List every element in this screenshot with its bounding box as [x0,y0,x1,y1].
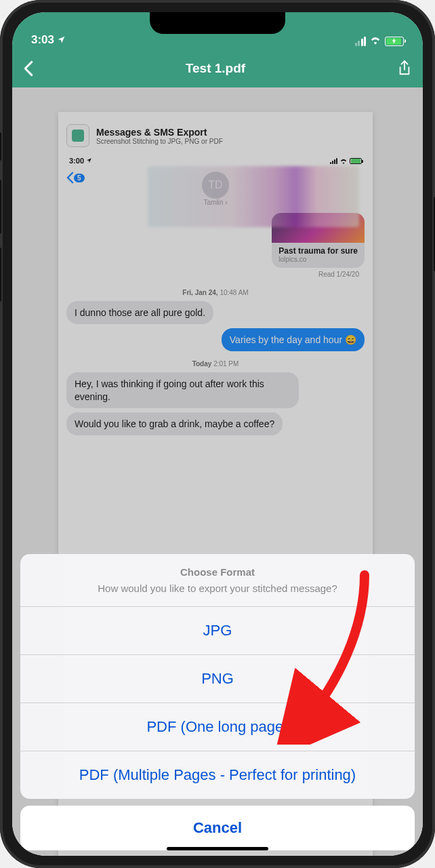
cancel-button[interactable]: Cancel [20,806,415,850]
battery-icon [385,37,404,46]
format-option-jpg[interactable]: JPG [20,607,415,655]
wifi-icon [369,35,381,47]
action-sheet-header: Choose Format How would you like to expo… [20,554,415,607]
side-button [0,248,1,302]
nav-bar: Test 1.pdf [12,50,423,87]
action-sheet: Choose Format How would you like to expo… [20,554,415,850]
content-area: Messages & SMS Export Screenshot Stitchi… [12,87,423,856]
page-title: Test 1.pdf [186,61,245,76]
side-button [0,132,1,161]
home-indicator[interactable] [167,847,268,850]
status-time: 3:03 [31,33,54,47]
phone-frame: 3:03 [0,0,435,868]
side-button [0,180,1,234]
action-sheet-subtitle: How would you like to export your stitch… [31,582,404,595]
format-option-pdf-multi[interactable]: PDF (Multiple Pages - Perfect for printi… [20,751,415,799]
location-icon [57,35,66,46]
action-sheet-title: Choose Format [31,566,404,578]
share-button[interactable] [397,60,412,77]
format-option-pdf-long[interactable]: PDF (One long page) [20,703,415,751]
format-option-png[interactable]: PNG [20,655,415,703]
signal-icon [355,37,367,46]
back-button[interactable] [23,60,34,77]
notch [150,12,285,34]
